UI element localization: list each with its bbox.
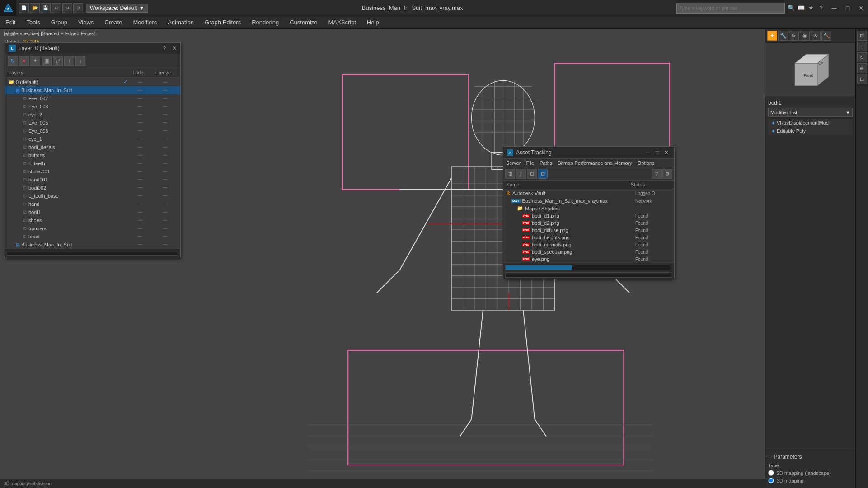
cursor-button[interactable]: | xyxy=(857,42,867,51)
layer-item[interactable]: ⊡ buttons ━━ ━━ xyxy=(5,151,180,159)
layer-list-content[interactable]: 📁 0 (default) ✓ ━━ ━━ ⊞ Business_Man_In_… xyxy=(5,78,180,249)
help-button[interactable]: ? xyxy=(816,4,826,13)
menu-group[interactable]: Group xyxy=(46,17,73,28)
layer-panel-close[interactable]: ✕ xyxy=(172,45,177,51)
asset-settings-button[interactable]: ⚙ xyxy=(662,169,672,179)
asset-item[interactable]: 📁 Maps / Shaders xyxy=(503,204,674,212)
minimize-button[interactable]: ─ xyxy=(827,0,841,16)
layer-item[interactable]: ⊡ bodi002 ━━ ━━ xyxy=(5,184,180,192)
asset-item[interactable]: PNG eye.png Found xyxy=(503,256,674,263)
layer-item[interactable]: ⊡ hand001 ━━ ━━ xyxy=(5,176,180,184)
asset-menu-bitmap[interactable]: Bitmap Performance and Memory xyxy=(558,160,632,166)
search-icon[interactable]: 🔍 xyxy=(787,4,796,13)
layer-item[interactable]: ⊡ eye_1 ━━ ━━ xyxy=(5,135,180,143)
asset-icon-view[interactable]: ⊞ xyxy=(505,169,515,179)
asset-list[interactable]: ⊛ Autodesk Vault Logged O MAX Business_M… xyxy=(503,189,674,263)
pan-view-button[interactable]: ⊕ xyxy=(857,63,867,73)
asset-item[interactable]: MAX Business_Man_In_Suit_max_vray.max Ne… xyxy=(503,197,674,204)
layer-item[interactable]: ⊡ head ━━ ━━ xyxy=(5,232,180,241)
menu-graph-editors[interactable]: Graph Editors xyxy=(199,17,246,28)
snap-toggle-button[interactable]: ⊞ xyxy=(857,31,867,41)
layer-item[interactable]: ⊡ bodi1 ━━ ━━ xyxy=(5,208,180,216)
layer-up-button[interactable]: ↑ xyxy=(64,56,74,66)
asset-maximize-button[interactable]: □ xyxy=(653,149,662,157)
save-file-button[interactable]: 💾 xyxy=(41,3,51,13)
display-icon[interactable]: 👁 xyxy=(811,31,821,41)
create-icon[interactable]: ✦ xyxy=(767,31,777,41)
asset-menu-server[interactable]: Server xyxy=(506,160,521,166)
menu-customize[interactable]: Customize xyxy=(284,17,323,28)
bookmark-button[interactable]: ★ xyxy=(807,4,816,13)
hierarchy-icon[interactable]: ⊳ xyxy=(789,31,799,41)
asset-menu-paths[interactable]: Paths xyxy=(540,160,552,166)
modify-icon[interactable]: 🔧 xyxy=(778,31,788,41)
menu-rendering[interactable]: Rendering xyxy=(246,17,284,28)
asset-list-view[interactable]: ≡ xyxy=(516,169,526,179)
zoom-region-button[interactable]: ⊡ xyxy=(857,74,867,84)
layer-new-button[interactable]: + xyxy=(30,56,40,66)
asset-table-view[interactable]: ⊞ xyxy=(538,169,548,179)
layer-item[interactable]: ⊡ bodi_detials ━━ ━━ xyxy=(5,143,180,151)
layer-help-icon[interactable]: ? xyxy=(163,46,166,51)
asset-item[interactable]: PNG bodi_normals.png Found xyxy=(503,241,674,248)
menu-create[interactable]: Create xyxy=(99,17,127,28)
layer-item[interactable]: ⊞ Business_Man_In_Suit ━━ ━━ xyxy=(5,241,180,249)
asset-help-button[interactable]: ? xyxy=(652,169,662,179)
menu-animation[interactable]: Animation xyxy=(162,17,199,28)
asset-close-button[interactable]: ✕ xyxy=(662,149,671,157)
layer-item[interactable]: ⊡ Eye_006 ━━ ━━ xyxy=(5,127,180,135)
mapping-3d-radio[interactable] xyxy=(768,478,774,483)
open-file-button[interactable]: 📂 xyxy=(30,3,40,13)
search-input[interactable] xyxy=(676,3,785,14)
modifier-item-vray[interactable]: ◈ VRayDisplacementMod xyxy=(768,119,853,127)
menu-views[interactable]: Views xyxy=(73,17,99,28)
maximize-button[interactable]: □ xyxy=(841,0,854,16)
layer-select-button[interactable]: ▣ xyxy=(42,56,52,66)
asset-detail-view[interactable]: ⊟ xyxy=(527,169,537,179)
workspace-selector[interactable]: Workspace: Default ▼ xyxy=(86,4,148,13)
mapping-2d-radio[interactable] xyxy=(768,470,774,476)
layer-item[interactable]: ⊡ shoes ━━ ━━ xyxy=(5,216,180,224)
menu-modifiers[interactable]: Modifiers xyxy=(127,17,162,28)
close-button[interactable]: ✕ xyxy=(854,0,868,16)
layer-item[interactable]: ⊞ Business_Man_In_Suit ━━ ━━ xyxy=(5,86,180,94)
modifier-item-editable-poly[interactable]: ◈ Editable Poly xyxy=(768,127,853,135)
menu-maxscript[interactable]: MAXScript xyxy=(323,17,361,28)
asset-item[interactable]: ⊛ Autodesk Vault Logged O xyxy=(503,189,674,197)
layer-item[interactable]: ⊡ eye_2 ━━ ━━ xyxy=(5,111,180,119)
asset-item[interactable]: PNG bodi_d2.png Found xyxy=(503,219,674,227)
asset-menu-options[interactable]: Options xyxy=(638,160,655,166)
asset-item[interactable]: PNG bodi_specular.png Found xyxy=(503,248,674,256)
params-collapse-icon[interactable]: ─ xyxy=(768,454,772,460)
menu-help[interactable]: Help xyxy=(361,17,385,28)
new-file-button[interactable]: 📄 xyxy=(19,3,29,13)
redo-button[interactable]: ↪ xyxy=(62,3,72,13)
reference-button[interactable]: 📖 xyxy=(797,4,806,13)
rotate-view-button[interactable]: ↻ xyxy=(857,52,867,62)
layer-item[interactable]: ⊡ L_teeth ━━ ━━ xyxy=(5,159,180,167)
layer-item[interactable]: ⊡ Eye_008 ━━ ━━ xyxy=(5,102,180,111)
menu-edit[interactable]: Edit xyxy=(0,17,21,28)
layer-down-button[interactable]: ↓ xyxy=(75,56,85,66)
asset-item[interactable]: PNG bodi_diffuse.png Found xyxy=(503,227,674,234)
layer-move-button[interactable]: ⇄ xyxy=(53,56,63,66)
layer-refresh-button[interactable]: ↻ xyxy=(8,56,18,66)
menu-tools[interactable]: Tools xyxy=(21,17,45,28)
layer-item[interactable]: ⊡ L_teeth_base ━━ ━━ xyxy=(5,192,180,200)
layer-item[interactable]: ⊡ Eye_005 ━━ ━━ xyxy=(5,119,180,127)
layer-scrollbar[interactable] xyxy=(7,252,178,256)
layer-item[interactable]: 📁 0 (default) ✓ ━━ ━━ xyxy=(5,78,180,86)
asset-menu-file[interactable]: File xyxy=(526,160,534,166)
hold-button[interactable]: ⊙ xyxy=(73,3,83,13)
layer-delete-button[interactable]: ✕ xyxy=(19,56,29,66)
layer-item[interactable]: ⊡ shoes001 ━━ ━━ xyxy=(5,167,180,176)
asset-item[interactable]: PNG bodi_d1.png Found xyxy=(503,212,674,219)
utilities-icon[interactable]: 🔨 xyxy=(821,31,831,41)
asset-item[interactable]: PNG bodi_heights.png Found xyxy=(503,234,674,241)
layer-item[interactable]: ⊡ Eye_007 ━━ ━━ xyxy=(5,94,180,102)
undo-button[interactable]: ↩ xyxy=(52,3,61,13)
motion-icon[interactable]: ◉ xyxy=(800,31,810,41)
viewport[interactable]: Total Polys: 37 245 Tris: 54 493 Edges: … xyxy=(0,29,765,488)
asset-minimize-button[interactable]: ─ xyxy=(644,149,652,157)
layer-item[interactable]: ⊡ trousers ━━ ━━ xyxy=(5,224,180,232)
